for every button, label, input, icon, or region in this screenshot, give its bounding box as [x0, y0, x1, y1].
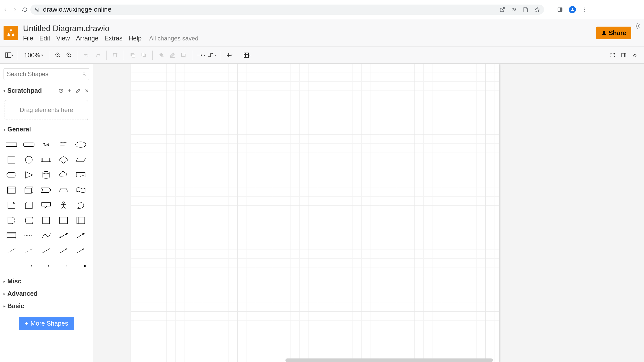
shape-text[interactable]: Text: [38, 138, 54, 152]
chrome-menu-icon[interactable]: [582, 7, 588, 12]
shape-list[interactable]: [4, 229, 19, 243]
shape-cylinder[interactable]: [38, 168, 54, 182]
shape-circle[interactable]: [21, 153, 37, 167]
shape-line[interactable]: [38, 244, 54, 258]
shape-cube[interactable]: [21, 183, 37, 197]
shape-square[interactable]: [4, 153, 19, 167]
to-front-button[interactable]: [128, 51, 137, 60]
scratchpad-drop[interactable]: Drag elements here: [5, 100, 88, 120]
zoom-out-button[interactable]: [65, 51, 74, 60]
shape-parallelogram[interactable]: [73, 153, 89, 167]
menu-edit[interactable]: Edit: [39, 35, 50, 42]
shape-rounded-rectangle[interactable]: [21, 138, 37, 152]
insert-button[interactable]: +▾: [225, 51, 234, 60]
delete-button[interactable]: [111, 51, 120, 60]
canvas-paper[interactable]: [131, 64, 499, 362]
shape-collapsible[interactable]: [56, 213, 71, 228]
redo-button[interactable]: [93, 51, 102, 60]
shape-arrow[interactable]: [73, 229, 89, 243]
sidebar-toggle-button[interactable]: ▾: [5, 51, 14, 60]
shape-tape[interactable]: [73, 183, 89, 197]
shape-simple-arrow[interactable]: [21, 259, 37, 273]
format-panel-button[interactable]: [619, 51, 628, 60]
shape-curve[interactable]: [38, 229, 54, 243]
shape-or[interactable]: [73, 198, 89, 212]
fullscreen-button[interactable]: [608, 51, 617, 60]
misc-header[interactable]: ▸ Misc: [0, 275, 93, 287]
line-color-button[interactable]: [168, 51, 177, 60]
appearance-icon[interactable]: [634, 23, 641, 29]
connection-button[interactable]: ▾: [196, 51, 205, 60]
edit-icon[interactable]: [76, 88, 81, 93]
menu-extras[interactable]: Extras: [105, 35, 122, 42]
add-icon[interactable]: [67, 88, 72, 93]
table-button[interactable]: ▾: [242, 51, 252, 60]
site-settings-icon[interactable]: [34, 7, 40, 12]
help-icon[interactable]: [58, 88, 64, 93]
menu-arrange[interactable]: Arrange: [76, 35, 98, 42]
profile-avatar[interactable]: [569, 6, 576, 13]
scratchpad-header[interactable]: ▾ Scratchpad: [0, 84, 93, 97]
shape-bidirectional-arrow[interactable]: [56, 229, 71, 243]
shape-vertical-container[interactable]: [73, 213, 89, 228]
document-title[interactable]: Untitled Diagram.drawio: [23, 24, 640, 33]
star-icon[interactable]: [534, 7, 540, 12]
shape-process[interactable]: [38, 153, 54, 167]
shape-connector-end[interactable]: [73, 259, 89, 273]
collapse-button[interactable]: [630, 51, 639, 60]
reload-icon[interactable]: [22, 7, 27, 12]
canvas-area[interactable]: [93, 64, 644, 362]
search-shapes-input[interactable]: [7, 71, 82, 78]
shape-directional-connector[interactable]: [73, 244, 89, 258]
forward-icon[interactable]: [13, 7, 18, 12]
shape-note[interactable]: [4, 198, 19, 212]
sidepanel-icon[interactable]: [557, 7, 563, 12]
shape-triangle[interactable]: [21, 168, 37, 182]
menu-view[interactable]: View: [56, 35, 70, 42]
shape-trapezoid[interactable]: [56, 183, 71, 197]
general-header[interactable]: ▾ General: [0, 123, 93, 135]
waypoints-button[interactable]: ▾: [207, 51, 217, 60]
zoom-level[interactable]: 100% ▾: [22, 52, 45, 59]
shape-list-item[interactable]: List Item: [21, 229, 37, 243]
shape-rectangle[interactable]: [4, 138, 19, 152]
shape-textbox[interactable]: Heading━━━━━━━━━━━━: [56, 138, 71, 152]
shape-hexagon[interactable]: [4, 168, 19, 182]
fill-color-button[interactable]: [157, 51, 166, 60]
zoom-in-button[interactable]: [53, 51, 63, 60]
shape-diamond[interactable]: [56, 153, 71, 167]
shape-dashed-arrow[interactable]: [38, 259, 54, 273]
to-back-button[interactable]: [139, 51, 148, 60]
shadow-button[interactable]: [179, 51, 188, 60]
shape-actor[interactable]: [56, 198, 71, 212]
shape-ellipse[interactable]: [73, 138, 89, 152]
shape-dashed-line[interactable]: [4, 244, 19, 258]
shape-cloud[interactable]: [56, 168, 71, 182]
horizontal-scrollbar[interactable]: [285, 358, 493, 362]
search-icon[interactable]: [82, 71, 86, 77]
shape-bidirectional-connector[interactable]: [56, 244, 71, 258]
menu-file[interactable]: File: [23, 35, 33, 42]
more-shapes-button[interactable]: + More Shapes: [19, 317, 74, 330]
shape-container[interactable]: [38, 213, 54, 228]
undo-button[interactable]: [82, 51, 91, 60]
search-shapes[interactable]: [4, 68, 89, 80]
shape-document[interactable]: [73, 168, 89, 182]
shape-link[interactable]: [4, 259, 19, 273]
shape-dotted-line[interactable]: [21, 244, 37, 258]
shape-callout[interactable]: [38, 198, 54, 212]
shape-step[interactable]: [38, 183, 54, 197]
url-bar[interactable]: drawio.wuxingge.online: [30, 5, 544, 15]
basic-header[interactable]: ▸ Basic: [0, 300, 93, 312]
close-icon[interactable]: [84, 88, 89, 93]
back-icon[interactable]: [3, 7, 8, 12]
shape-and[interactable]: [4, 213, 19, 228]
document-icon[interactable]: [523, 7, 528, 12]
shape-card[interactable]: [21, 198, 37, 212]
translate-icon[interactable]: [511, 7, 517, 12]
app-logo[interactable]: [4, 26, 18, 40]
shape-internal-storage[interactable]: [4, 183, 19, 197]
shape-dotted-arrow[interactable]: [56, 259, 71, 273]
open-external-icon[interactable]: [500, 7, 505, 12]
shape-data-storage[interactable]: [21, 213, 37, 228]
